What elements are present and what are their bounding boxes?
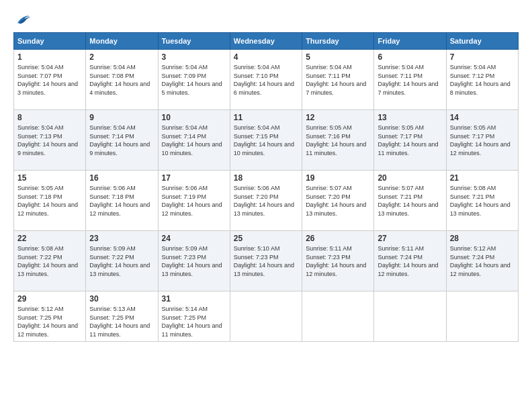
calendar-day-cell: 8 Sunrise: 5:04 AM Sunset: 7:13 PM Dayli… bbox=[14, 110, 86, 171]
sunrise-text: Sunrise: 5:13 AM bbox=[89, 306, 136, 312]
calendar-header-wednesday: Wednesday bbox=[230, 33, 302, 50]
day-info: Sunrise: 5:04 AM Sunset: 7:10 PM Dayligh… bbox=[234, 63, 298, 97]
day-info: Sunrise: 5:06 AM Sunset: 7:18 PM Dayligh… bbox=[89, 184, 154, 218]
daylight-text: Daylight: 14 hours and 3 minutes. bbox=[17, 81, 78, 96]
sunset-text: Sunset: 7:22 PM bbox=[89, 254, 134, 261]
daylight-text: Daylight: 14 hours and 8 minutes. bbox=[450, 81, 511, 96]
daylight-text: Daylight: 14 hours and 13 minutes. bbox=[89, 262, 150, 277]
daylight-text: Daylight: 14 hours and 12 minutes. bbox=[17, 201, 78, 217]
sunrise-text: Sunrise: 5:05 AM bbox=[306, 124, 352, 131]
calendar-day-cell: 6 Sunrise: 5:04 AM Sunset: 7:11 PM Dayli… bbox=[374, 50, 446, 110]
day-info: Sunrise: 5:04 AM Sunset: 7:14 PM Dayligh… bbox=[89, 124, 154, 157]
sunset-text: Sunset: 7:23 PM bbox=[306, 254, 351, 261]
day-number: 27 bbox=[378, 234, 442, 243]
calendar-day-cell: 12 Sunrise: 5:05 AM Sunset: 7:16 PM Dayl… bbox=[302, 110, 374, 171]
calendar-day-cell bbox=[374, 291, 446, 342]
sunset-text: Sunset: 7:09 PM bbox=[162, 73, 207, 79]
day-info: Sunrise: 5:11 AM Sunset: 7:24 PM Dayligh… bbox=[378, 244, 442, 278]
calendar-day-cell: 29 Sunrise: 5:12 AM Sunset: 7:25 PM Dayl… bbox=[14, 291, 86, 342]
calendar-day-cell: 27 Sunrise: 5:11 AM Sunset: 7:24 PM Dayl… bbox=[374, 231, 446, 291]
daylight-text: Daylight: 14 hours and 5 minutes. bbox=[162, 81, 222, 96]
day-number: 29 bbox=[17, 294, 82, 304]
day-info: Sunrise: 5:06 AM Sunset: 7:20 PM Dayligh… bbox=[234, 184, 298, 218]
sunset-text: Sunset: 7:15 PM bbox=[234, 133, 279, 140]
calendar-header-tuesday: Tuesday bbox=[158, 33, 230, 50]
calendar-week-row: 22 Sunrise: 5:08 AM Sunset: 7:22 PM Dayl… bbox=[14, 231, 519, 291]
daylight-text: Daylight: 14 hours and 12 minutes. bbox=[162, 201, 222, 217]
sunset-text: Sunset: 7:18 PM bbox=[89, 193, 134, 200]
daylight-text: Daylight: 14 hours and 4 minutes. bbox=[89, 81, 150, 96]
daylight-text: Daylight: 14 hours and 10 minutes. bbox=[162, 141, 222, 156]
sunrise-text: Sunrise: 5:04 AM bbox=[162, 64, 208, 71]
day-number: 28 bbox=[450, 234, 515, 243]
sunrise-text: Sunrise: 5:04 AM bbox=[89, 124, 136, 131]
calendar-day-cell: 30 Sunrise: 5:13 AM Sunset: 7:25 PM Dayl… bbox=[86, 291, 158, 342]
sunset-text: Sunset: 7:14 PM bbox=[89, 133, 134, 140]
daylight-text: Daylight: 14 hours and 13 minutes. bbox=[234, 201, 294, 217]
sunrise-text: Sunrise: 5:08 AM bbox=[17, 245, 64, 252]
calendar-day-cell: 4 Sunrise: 5:04 AM Sunset: 7:10 PM Dayli… bbox=[230, 50, 302, 110]
day-number: 24 bbox=[162, 234, 226, 243]
sunset-text: Sunset: 7:23 PM bbox=[234, 254, 279, 261]
calendar-header-saturday: Saturday bbox=[446, 33, 518, 50]
calendar-day-cell: 24 Sunrise: 5:09 AM Sunset: 7:23 PM Dayl… bbox=[158, 231, 230, 291]
sunset-text: Sunset: 7:11 PM bbox=[378, 73, 423, 79]
day-number: 25 bbox=[234, 234, 298, 243]
day-info: Sunrise: 5:04 AM Sunset: 7:15 PM Dayligh… bbox=[234, 124, 298, 157]
sunset-text: Sunset: 7:17 PM bbox=[450, 133, 495, 140]
calendar-day-cell: 26 Sunrise: 5:11 AM Sunset: 7:23 PM Dayl… bbox=[302, 231, 374, 291]
daylight-text: Daylight: 14 hours and 11 minutes. bbox=[162, 322, 222, 338]
daylight-text: Daylight: 14 hours and 7 minutes. bbox=[378, 81, 438, 96]
daylight-text: Daylight: 14 hours and 12 minutes. bbox=[378, 262, 438, 277]
sunrise-text: Sunrise: 5:05 AM bbox=[17, 185, 64, 191]
calendar-day-cell: 3 Sunrise: 5:04 AM Sunset: 7:09 PM Dayli… bbox=[158, 50, 230, 110]
sunset-text: Sunset: 7:25 PM bbox=[89, 314, 134, 321]
calendar-day-cell: 15 Sunrise: 5:05 AM Sunset: 7:18 PM Dayl… bbox=[14, 171, 86, 231]
sunset-text: Sunset: 7:24 PM bbox=[450, 254, 495, 261]
sunset-text: Sunset: 7:24 PM bbox=[378, 254, 423, 261]
day-number: 18 bbox=[234, 173, 298, 183]
daylight-text: Daylight: 14 hours and 12 minutes. bbox=[89, 201, 150, 217]
calendar-day-cell: 28 Sunrise: 5:12 AM Sunset: 7:24 PM Dayl… bbox=[446, 231, 518, 291]
day-number: 8 bbox=[17, 113, 82, 122]
daylight-text: Daylight: 14 hours and 13 minutes. bbox=[17, 262, 78, 277]
daylight-text: Daylight: 14 hours and 12 minutes. bbox=[306, 262, 366, 277]
sunrise-text: Sunrise: 5:04 AM bbox=[162, 124, 208, 131]
day-number: 26 bbox=[306, 234, 370, 243]
day-number: 13 bbox=[378, 113, 442, 122]
daylight-text: Daylight: 14 hours and 7 minutes. bbox=[306, 81, 366, 96]
calendar-header-thursday: Thursday bbox=[302, 33, 374, 50]
day-info: Sunrise: 5:05 AM Sunset: 7:17 PM Dayligh… bbox=[450, 124, 515, 157]
day-number: 17 bbox=[162, 173, 226, 183]
daylight-text: Daylight: 14 hours and 12 minutes. bbox=[17, 322, 78, 338]
logo bbox=[13, 13, 31, 26]
sunrise-text: Sunrise: 5:05 AM bbox=[450, 124, 496, 131]
day-number: 31 bbox=[162, 294, 226, 304]
sunset-text: Sunset: 7:13 PM bbox=[17, 133, 62, 140]
calendar-header-monday: Monday bbox=[86, 33, 158, 50]
day-info: Sunrise: 5:04 AM Sunset: 7:07 PM Dayligh… bbox=[17, 63, 82, 97]
sunset-text: Sunset: 7:07 PM bbox=[17, 73, 62, 79]
day-info: Sunrise: 5:04 AM Sunset: 7:11 PM Dayligh… bbox=[378, 63, 442, 97]
day-number: 30 bbox=[89, 294, 154, 304]
day-number: 2 bbox=[89, 52, 154, 62]
day-info: Sunrise: 5:04 AM Sunset: 7:14 PM Dayligh… bbox=[162, 124, 226, 157]
day-number: 14 bbox=[450, 113, 515, 122]
daylight-text: Daylight: 14 hours and 13 minutes. bbox=[450, 201, 511, 217]
day-number: 16 bbox=[89, 173, 154, 183]
sunset-text: Sunset: 7:08 PM bbox=[89, 73, 134, 79]
calendar-day-cell: 9 Sunrise: 5:04 AM Sunset: 7:14 PM Dayli… bbox=[86, 110, 158, 171]
daylight-text: Daylight: 14 hours and 13 minutes. bbox=[378, 201, 438, 217]
sunrise-text: Sunrise: 5:04 AM bbox=[306, 64, 352, 71]
day-info: Sunrise: 5:08 AM Sunset: 7:21 PM Dayligh… bbox=[450, 184, 515, 218]
sunrise-text: Sunrise: 5:12 AM bbox=[450, 245, 496, 252]
day-info: Sunrise: 5:05 AM Sunset: 7:16 PM Dayligh… bbox=[306, 124, 370, 157]
sunrise-text: Sunrise: 5:05 AM bbox=[378, 124, 424, 131]
sunset-text: Sunset: 7:20 PM bbox=[306, 193, 351, 200]
sunrise-text: Sunrise: 5:14 AM bbox=[162, 306, 208, 312]
calendar-day-cell: 16 Sunrise: 5:06 AM Sunset: 7:18 PM Dayl… bbox=[86, 171, 158, 231]
sunrise-text: Sunrise: 5:09 AM bbox=[162, 245, 208, 252]
day-number: 22 bbox=[17, 234, 82, 243]
calendar-day-cell: 20 Sunrise: 5:07 AM Sunset: 7:21 PM Dayl… bbox=[374, 171, 446, 231]
calendar-week-row: 29 Sunrise: 5:12 AM Sunset: 7:25 PM Dayl… bbox=[14, 291, 519, 342]
